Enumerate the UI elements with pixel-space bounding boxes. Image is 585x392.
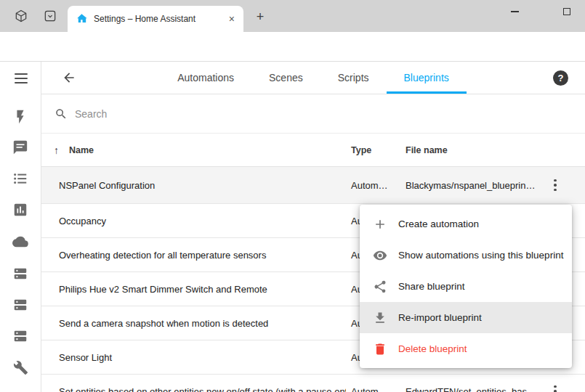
- chat-icon[interactable]: [12, 139, 28, 155]
- menu-item-share-blueprint[interactable]: Share blueprint: [360, 271, 572, 302]
- row-overflow-menu-icon[interactable]: [548, 167, 562, 203]
- server-icon[interactable]: [12, 266, 28, 282]
- menu-item-reimport-blueprint[interactable]: Re-import blueprint: [360, 302, 572, 333]
- tab-scripts[interactable]: Scripts: [320, 62, 387, 94]
- table-row[interactable]: Set entities based on other entities new…: [41, 375, 585, 392]
- row-name: Send a camera snapshot when motion is de…: [59, 306, 346, 340]
- wrench-icon[interactable]: [12, 359, 28, 375]
- menu-item-label: Create automation: [398, 219, 479, 229]
- lightning-icon[interactable]: [12, 109, 28, 125]
- menu-item-show-automations[interactable]: Show automations using this blueprint: [360, 240, 572, 271]
- blueprint-context-menu: Create automation Show automations using…: [360, 205, 572, 368]
- ha-sidebar: [0, 62, 41, 392]
- server-icon[interactable]: [12, 328, 28, 344]
- search-input[interactable]: [75, 108, 366, 120]
- menu-item-delete-blueprint[interactable]: Delete blueprint: [360, 333, 572, 364]
- maximize-icon: [563, 8, 570, 15]
- ha-tab-bar: Automations Scenes Scripts Blueprints: [41, 62, 585, 94]
- column-header-file-name[interactable]: File name: [406, 134, 448, 167]
- minimize-icon: [511, 11, 519, 12]
- search-bar: [41, 94, 585, 134]
- row-type: Autom…: [351, 375, 388, 392]
- menu-item-create-automation[interactable]: Create automation: [360, 208, 572, 240]
- row-overflow-menu-icon[interactable]: [548, 375, 562, 392]
- tab-actions-icon[interactable]: [43, 9, 57, 23]
- row-name: Sensor Light: [59, 340, 346, 374]
- ha-header: Automations Scenes Scripts Blueprints ?: [41, 62, 585, 94]
- browser-toolbar: Not secure homeassistant.local:8123/... …: [0, 32, 585, 62]
- menu-hamburger-icon[interactable]: [15, 73, 28, 86]
- table-row[interactable]: NSPanel Configuration Autom… Blackymas/n…: [41, 167, 585, 204]
- list-icon[interactable]: [12, 171, 28, 187]
- help-icon[interactable]: ?: [553, 70, 568, 86]
- menu-item-label: Show automations using this blueprint: [398, 250, 563, 261]
- search-icon: [55, 107, 68, 121]
- workspaces-icon[interactable]: [14, 9, 28, 23]
- row-file: Blackymas/nspanel_blueprin…: [406, 167, 535, 203]
- column-header-type[interactable]: Type: [351, 134, 371, 167]
- menu-item-label: Delete blueprint: [398, 343, 467, 354]
- maximize-button[interactable]: [552, 0, 581, 23]
- new-tab-button[interactable]: +: [250, 7, 270, 27]
- download-icon: [373, 311, 387, 325]
- row-file: EdwardTFN/set_entities_bas…: [406, 375, 536, 392]
- tab-close-icon[interactable]: ×: [226, 13, 238, 25]
- sort-ascending-icon[interactable]: ↑: [54, 134, 59, 167]
- browser-titlebar: Settings – Home Assistant × +: [0, 0, 585, 32]
- share-icon: [373, 279, 387, 294]
- tab-title: Settings – Home Assistant: [94, 14, 226, 24]
- browser-tab[interactable]: Settings – Home Assistant ×: [68, 6, 243, 32]
- eye-icon: [373, 248, 387, 263]
- tab-automations[interactable]: Automations: [160, 62, 251, 94]
- tab-scenes[interactable]: Scenes: [251, 62, 320, 94]
- server-icon[interactable]: [12, 297, 28, 313]
- menu-item-label: Re-import blueprint: [398, 312, 482, 323]
- bar-chart-icon[interactable]: [12, 202, 28, 218]
- row-name: Set entities based on other entities new…: [59, 375, 346, 392]
- trash-icon: [373, 342, 387, 356]
- row-type: Autom…: [351, 167, 388, 203]
- row-name: NSPanel Configuration: [59, 167, 346, 203]
- minimize-button[interactable]: [500, 0, 529, 23]
- table-header: ↑ Name Type File name: [41, 134, 585, 167]
- home-assistant-favicon: [76, 13, 88, 25]
- plus-icon: [373, 217, 387, 232]
- tab-blueprints[interactable]: Blueprints: [387, 62, 467, 94]
- cloud-icon[interactable]: [12, 234, 28, 250]
- menu-item-label: Share blueprint: [398, 281, 465, 292]
- row-name: Overheating detection for all temperatur…: [59, 238, 346, 271]
- row-name: Occupancy: [59, 204, 346, 237]
- row-name: Philips Hue v2 Smart Dimmer Switch and R…: [59, 272, 346, 306]
- column-header-name[interactable]: Name: [69, 134, 94, 167]
